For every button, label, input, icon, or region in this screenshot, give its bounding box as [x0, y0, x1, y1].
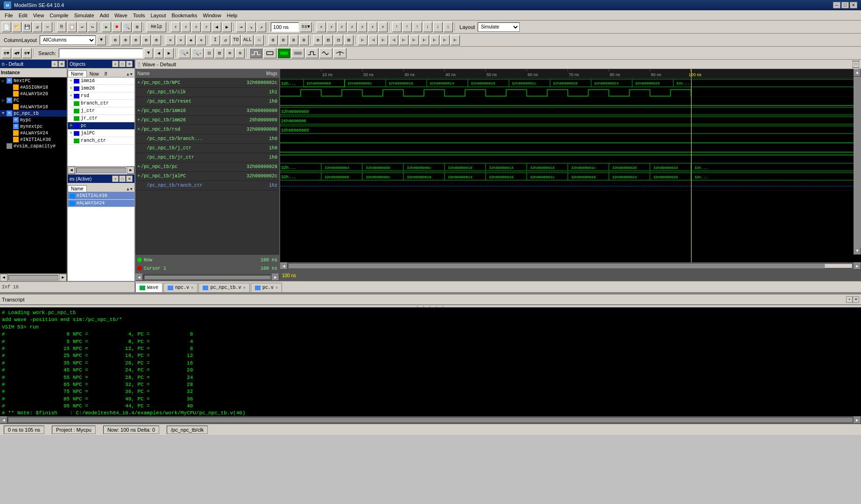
align-btn-3[interactable]: ⊢: [379, 35, 388, 45]
align-btn-10[interactable]: ⊢: [451, 35, 460, 45]
search-next[interactable]: ▶: [164, 48, 174, 58]
fmt-btn-3[interactable]: TO: [231, 35, 240, 45]
sig-expand-npc[interactable]: +: [137, 80, 140, 85]
instance-scrollbar-h[interactable]: ◀ ▶: [0, 273, 67, 281]
sim-tabs[interactable]: Name ▲ ▼: [68, 183, 134, 192]
wave-opt-2[interactable]: ⚙: [279, 35, 288, 45]
align-btn-7[interactable]: ⊢: [420, 35, 429, 45]
objects-sort-up[interactable]: ▲: [127, 72, 129, 77]
obj-expand-jalpc[interactable]: +: [70, 131, 72, 136]
wave-sig-npc[interactable]: + /pc_npc_tb/NPC 32h0000002c: [135, 78, 279, 88]
column-layout-select[interactable]: AllColumns: [40, 35, 96, 45]
new-btn[interactable]: 📄: [2, 22, 11, 32]
search-btn[interactable]: ▼: [144, 48, 153, 58]
transcript-content[interactable]: # Loading work.pc_npc_tb add wave -posit…: [0, 308, 861, 416]
obj-row-imm16[interactable]: + imm16: [68, 77, 134, 85]
wave-sig-jalpc[interactable]: + /pc_npc_tb/jalPC 32h0000002c: [135, 172, 279, 181]
sim-row-always24[interactable]: #ALWAYS#24: [68, 200, 134, 207]
wave-h-scroll-track[interactable]: [289, 264, 853, 268]
tree-item-always16[interactable]: #ALWAYS#16: [0, 104, 67, 110]
refresh-btn[interactable]: ↺: [33, 22, 42, 32]
sig-expand-imm16[interactable]: +: [137, 108, 140, 113]
sim-panel-buttons[interactable]: + □ ✕: [112, 175, 133, 182]
instance-panel-buttons[interactable]: + ✕: [51, 61, 65, 67]
sim-ctrl-4[interactable]: ✕: [197, 35, 206, 45]
wave-h-scroll-right[interactable]: ▶: [854, 262, 861, 270]
maximize-button[interactable]: □: [841, 2, 849, 8]
wave-opt-4[interactable]: ⚙: [299, 35, 309, 45]
sim-btn-2[interactable]: ⚡: [181, 22, 191, 32]
obj-row-j-ctr[interactable]: + j_ctr: [68, 107, 134, 115]
menu-wave[interactable]: Wave: [112, 12, 130, 19]
h-scroll-left[interactable]: ◀: [0, 274, 7, 281]
wshape-6[interactable]: [319, 48, 332, 58]
tb-misc1[interactable]: ⚙: [133, 22, 142, 32]
wave-btn-5[interactable]: ⚡: [358, 22, 367, 32]
wave-opt-1[interactable]: ⚙: [268, 35, 278, 45]
search-prev[interactable]: ◀: [154, 48, 163, 58]
menu-window[interactable]: Window: [200, 12, 224, 19]
transcript-h-scrollbar[interactable]: ◀ ▶: [0, 416, 861, 424]
objects-close[interactable]: ✕: [126, 61, 133, 67]
view-btn-2[interactable]: ⊕: [121, 35, 130, 45]
wave-sig-j-ctr[interactable]: + /pc_npc_tb/j_ctr 1h0: [135, 144, 279, 153]
wave-scroll-down[interactable]: ▼: [854, 247, 861, 255]
cursor-btn-4[interactable]: ⊠: [344, 35, 353, 45]
zoom-out[interactable]: 🔍-: [191, 48, 204, 58]
obj-expand-pc[interactable]: +: [70, 123, 72, 128]
wave-sig-jr-ctr[interactable]: + /pc_npc_tb/jr_ctr 1h0: [135, 153, 279, 162]
step-in[interactable]: ↘: [247, 22, 256, 32]
search-input[interactable]: [59, 49, 143, 58]
wave-sig-rsd[interactable]: + /pc_npc_tb/rsd 32h00000000: [135, 125, 279, 134]
window-controls[interactable]: ─ □ ✕: [833, 2, 857, 8]
wave-tab-npcv[interactable]: npc.v ✕: [163, 283, 198, 292]
wave-h-scroll-left[interactable]: ◀: [280, 262, 288, 270]
tree-item-always20[interactable]: #ALWAYS#20: [0, 91, 67, 97]
view-btn-3[interactable]: ⊕: [131, 35, 141, 45]
sim-ctrl-2[interactable]: ✕: [176, 35, 185, 45]
objects-panel-buttons[interactable]: + □ ✕: [112, 61, 133, 67]
wshape-3[interactable]: [277, 48, 290, 58]
stop-btn[interactable]: ■: [112, 22, 121, 32]
time-unit[interactable]: ns▼: [300, 22, 312, 32]
sim-btn-1[interactable]: ⚡: [171, 22, 180, 32]
obj-expand-rsd[interactable]: +: [70, 93, 72, 98]
close-button[interactable]: ✕: [850, 2, 857, 8]
sig-scroll-left[interactable]: ◀: [135, 273, 143, 281]
cursor-btn-2[interactable]: ⊞: [324, 35, 333, 45]
wshape-7[interactable]: [333, 48, 346, 58]
run-btn[interactable]: ▶: [102, 22, 111, 32]
zoom-wave2[interactable]: ≋: [235, 48, 245, 58]
fmt-btn-4[interactable]: ALL: [241, 35, 254, 45]
menu-add[interactable]: Add: [97, 12, 112, 19]
minimize-button[interactable]: ─: [833, 2, 840, 8]
sim-btn-4[interactable]: ⚡: [202, 22, 211, 32]
menu-tools[interactable]: Tools: [130, 12, 148, 19]
zoom-wave1[interactable]: ≋: [225, 48, 234, 58]
tb3-btn1[interactable]: ⊕▼: [2, 48, 11, 58]
sim-popout[interactable]: □: [119, 175, 126, 182]
sig-expand-jalpc[interactable]: +: [137, 174, 140, 179]
obj-expand-imm26[interactable]: +: [70, 86, 72, 91]
tr-scroll-right[interactable]: ▶: [854, 416, 861, 424]
fmt-btn-5[interactable]: ⌂: [254, 35, 264, 45]
menu-bookmarks[interactable]: Bookmarks: [169, 12, 200, 19]
menu-layout[interactable]: Layout: [148, 12, 169, 19]
transcript-close[interactable]: ✕: [853, 296, 859, 303]
tr-scroll-track[interactable]: [8, 418, 853, 422]
nav-btn-5[interactable]: ↓: [433, 22, 443, 32]
fmt-btn-2[interactable]: ↺: [221, 35, 230, 45]
h-scroll-track[interactable]: [8, 275, 58, 280]
obj-scroll-track[interactable]: [76, 168, 126, 173]
wave-sig-ranch-ctr[interactable]: + /pc_npc_tb/ranch_ctr 1hz: [135, 181, 279, 190]
sig-scrollbar-h[interactable]: ◀ ▶: [135, 273, 279, 281]
obj-row-imm26[interactable]: + imm26: [68, 85, 134, 92]
align-btn-2[interactable]: ⊣: [368, 35, 378, 45]
wave-tab-npcv-close[interactable]: ✕: [191, 285, 193, 290]
tree-item-mypc[interactable]: M mypc: [0, 117, 67, 123]
paste-btn[interactable]: 📋: [67, 22, 77, 32]
sig-expand-imm26[interactable]: +: [137, 118, 140, 123]
wave-h-scrollbar[interactable]: ◀ ▶: [280, 262, 861, 270]
wshape-2[interactable]: [263, 48, 276, 58]
view-btn-5[interactable]: ⊕: [152, 35, 161, 45]
